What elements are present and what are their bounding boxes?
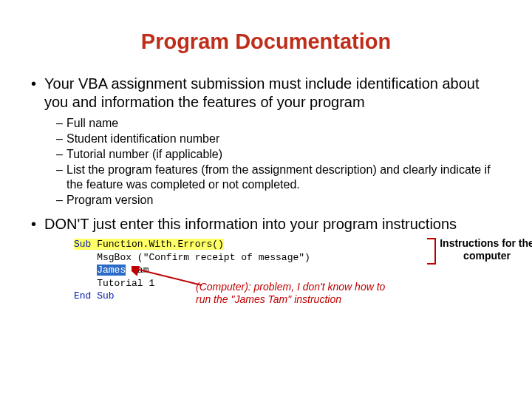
bullet-intro: Your VBA assignment submission must incl… bbox=[30, 75, 502, 112]
keyword-end-sub: End Sub bbox=[74, 290, 115, 301]
code-line-3: James Tam bbox=[74, 264, 429, 277]
bracket-annotation bbox=[427, 238, 436, 265]
sub-features: List the program features (from the assi… bbox=[30, 163, 502, 192]
problem-annotation: (Computer): problem, I don't know how to… bbox=[196, 281, 388, 306]
sub-student-id: Student identification number bbox=[30, 132, 502, 146]
code-highlight-james: James bbox=[97, 265, 126, 276]
sub-fullname: Full name bbox=[30, 116, 502, 131]
sub-list: Full name Student identification number … bbox=[30, 116, 502, 208]
code-line-2: MsgBox ("Confirm receipt of message") bbox=[74, 251, 429, 265]
sub-version: Program version bbox=[30, 193, 502, 208]
instructions-label: Instructions for the computer bbox=[439, 237, 532, 262]
code-block: Sub Function.With.Errors() MsgBox ("Conf… bbox=[74, 238, 429, 303]
sub-tutorial: Tutorial number (if applicable) bbox=[30, 147, 502, 162]
slide-title: Program Documentation bbox=[30, 30, 502, 54]
bullet-dont: DON'T just enter this information into y… bbox=[30, 215, 502, 233]
code-string: "Confirm receipt of message" bbox=[143, 252, 304, 263]
main-list-2: DON'T just enter this information into y… bbox=[30, 215, 502, 233]
code-tam: Tam bbox=[126, 265, 149, 276]
main-list: Your VBA assignment submission must incl… bbox=[30, 75, 502, 112]
code-fn-name: Function.With.Errors() bbox=[91, 239, 223, 250]
code-line-1: Sub Function.With.Errors() bbox=[74, 238, 429, 251]
keyword-sub: Sub bbox=[74, 239, 91, 250]
